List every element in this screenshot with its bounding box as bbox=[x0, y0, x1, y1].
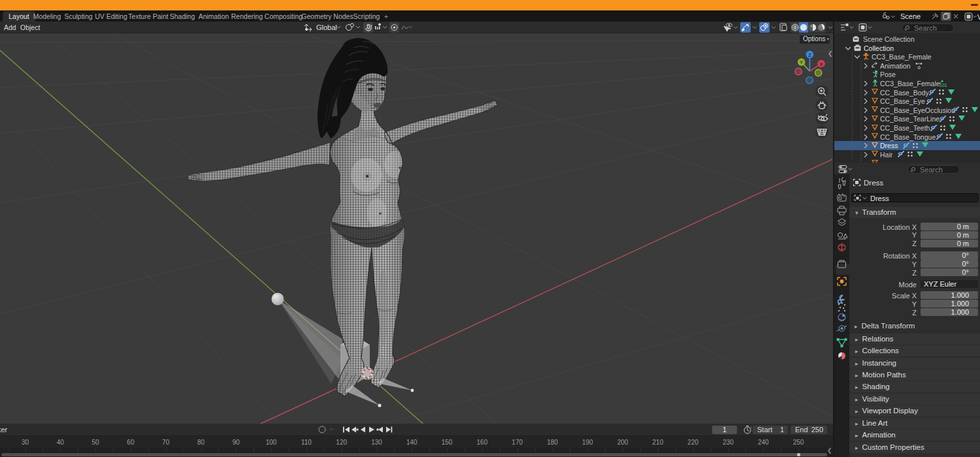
svg-text:Z: Z bbox=[808, 52, 811, 58]
svg-text:X: X bbox=[819, 61, 823, 67]
svg-text:101: 101 bbox=[939, 83, 947, 87]
svg-text:Global: Global bbox=[316, 24, 337, 31]
svg-text:Scene: Scene bbox=[900, 12, 921, 20]
svg-text:Y: Y bbox=[800, 59, 804, 65]
svg-text:V: V bbox=[977, 13, 980, 21]
